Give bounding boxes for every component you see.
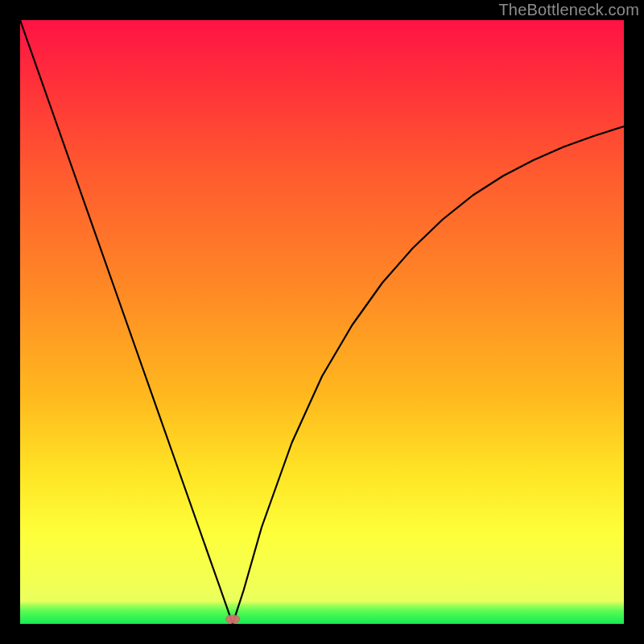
plot-area <box>20 20 624 624</box>
chart-frame: TheBottleneck.com <box>0 0 644 644</box>
curve-path <box>20 20 624 624</box>
bottleneck-curve <box>20 20 624 624</box>
watermark-text: TheBottleneck.com <box>498 1 639 19</box>
minimum-marker <box>225 615 240 624</box>
